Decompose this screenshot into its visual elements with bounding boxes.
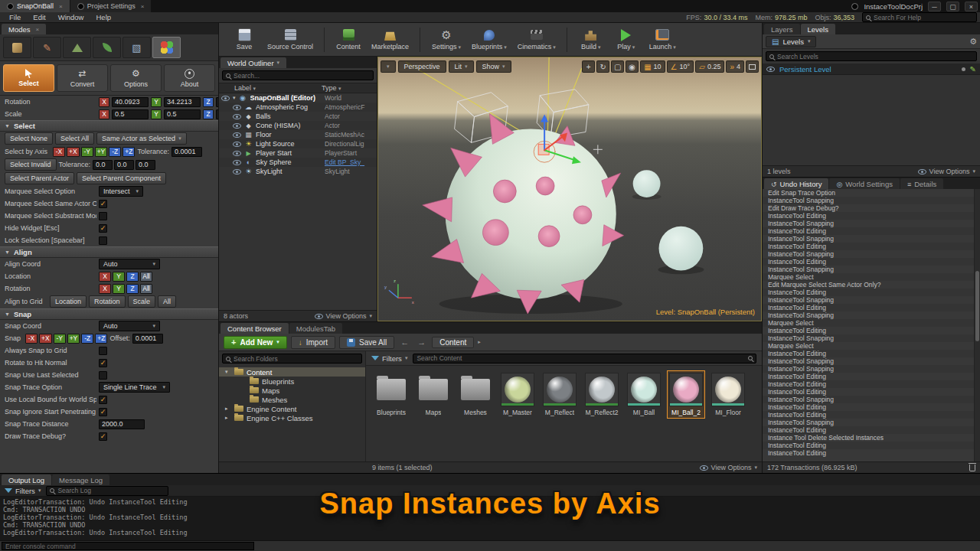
visibility-eye-icon[interactable] [233,151,241,156]
label-column-header[interactable]: Label ▾ [234,84,322,92]
scale-y-field[interactable] [164,109,201,119]
asset-tile[interactable]: M_Reflect [541,370,579,419]
scale-x-field[interactable] [112,109,149,119]
scale-snap-control[interactable]: ▱0.25 [695,60,724,73]
tree-folder-row[interactable]: Engine Content [219,404,365,413]
undo-history-item[interactable]: InstanceTool Editing [763,449,974,457]
visibility-eye-icon[interactable] [233,169,241,174]
asset-tile[interactable]: MI_Ball_2 [667,370,705,419]
axis-button[interactable]: +X [39,334,52,344]
undo-history-item[interactable]: InstanceTool Editing [763,304,974,311]
editor-mode-tab[interactable] [122,37,151,58]
view-options-button[interactable]: View Options ▾ [918,168,975,175]
log-filters-button[interactable]: Filters ▾ [5,487,41,495]
axis-button[interactable]: -Y [81,147,93,157]
outliner-row[interactable]: ▾ Floor StaticMeshAc [219,130,377,139]
checkbox[interactable] [99,224,107,233]
menu-item[interactable]: File [3,13,27,21]
tolerance-field[interactable] [172,147,202,157]
select-invalid-button[interactable]: Select Invalid [5,158,57,171]
undo-history-item[interactable]: InstanceTool Snapping [763,396,974,403]
axis-button[interactable]: Z [126,272,139,282]
undo-history-item[interactable]: InstanceTool Snapping [763,250,974,258]
close-panel-icon[interactable]: × [36,26,40,33]
expander-icon[interactable]: ▾ [233,95,236,101]
axis-button[interactable]: +Z [95,334,107,344]
undo-history-item[interactable]: InstanceTool Editing [763,227,974,235]
scale-tool-icon[interactable]: ▢ [611,60,624,73]
undo-history-item[interactable]: InstanceTool Snapping [763,197,974,204]
tolerance-field[interactable] [93,160,113,170]
breadcrumb[interactable]: Content [432,337,474,348]
save-all-button[interactable]: Save All [339,336,394,349]
viewport[interactable]: z x y Level: SnapOnBall (Persistent) ▾ P… [377,57,762,321]
select-section-header[interactable]: ▼ Select [0,120,218,132]
align-grid-button[interactable]: Location [50,295,87,308]
document-tab[interactable]: Project Settings × [70,0,152,12]
undo-history-item[interactable]: InstanceTool Snapping [763,220,974,227]
visibility-eye-icon[interactable] [233,160,241,165]
editor-mode-tab[interactable] [33,37,61,58]
translate-tool-icon[interactable]: + [582,60,595,73]
editor-mode-tab[interactable] [93,37,121,58]
offset-field[interactable] [132,334,163,344]
undo-history-item[interactable]: InstanceTool Editing [763,388,974,396]
axis-button[interactable]: Z [126,284,139,294]
undo-history-item[interactable]: Marquee Select [763,342,974,350]
lock-dot-icon[interactable] [962,67,965,71]
asset-tile[interactable]: MI_Ball [625,370,663,419]
asset-tile[interactable]: Maps [414,370,452,419]
forward-arrow-icon[interactable]: → [415,337,428,347]
tool-button[interactable]: About [164,64,215,92]
camera-speed-control[interactable]: »4 [726,60,744,73]
expander-icon[interactable] [225,369,231,375]
visibility-eye-icon[interactable] [233,142,241,147]
undo-history-item[interactable]: Edit Marquee Select Same Actor Only? [763,281,974,289]
rotation-z-field[interactable] [216,97,218,107]
editor-mode-tab[interactable] [152,37,181,58]
toolbar-button[interactable]: Save▾ [227,28,262,52]
undo-history-item[interactable]: InstanceTool Snapping [763,266,974,273]
checkbox[interactable] [99,371,107,380]
snap-coord-dropdown[interactable]: Auto▾ [99,321,160,331]
gear-icon[interactable]: ⚙ [969,37,977,47]
tolerance-field[interactable] [136,160,155,170]
undo-history-item[interactable]: InstanceTool Snapping [763,419,974,426]
scrollbar[interactable] [974,189,980,461]
panel-tab[interactable]: ModulesTab [289,323,342,334]
panel-tab[interactable]: Content Browser [220,323,289,334]
menu-item[interactable]: Edit [27,13,51,21]
visibility-eye-icon[interactable] [221,96,230,101]
axis-button[interactable]: X [99,284,111,294]
axis-button[interactable]: Y [113,272,125,282]
checkbox[interactable] [99,200,107,208]
trash-icon[interactable] [969,465,975,471]
align-section-header[interactable]: ▼ Align [0,246,218,258]
axis-button[interactable]: +Z [122,147,135,157]
search-folders-input[interactable] [234,355,358,363]
back-arrow-icon[interactable]: ← [398,337,411,347]
visibility-eye-icon[interactable] [233,132,241,138]
outliner-row[interactable]: ▾ Light Source DirectionalLig [219,139,377,148]
checkbox[interactable] [99,408,107,416]
undo-history-item[interactable]: InstanceTool Editing [763,426,974,434]
close-tab-icon[interactable]: × [59,3,63,10]
undo-history-item[interactable]: Edit Snap Trace Option [763,189,974,197]
number-field[interactable] [99,419,145,429]
rotation-y-field[interactable] [164,97,201,107]
align-grid-button[interactable]: All [158,295,176,308]
outliner-row[interactable]: ▾ SnapOnBall (Editor) World [219,93,377,103]
align-grid-button[interactable]: Scale [128,295,156,308]
panel-tab[interactable]: Undo History [764,178,828,189]
undo-history-item[interactable]: InstanceTool Snapping [763,357,974,365]
type-column-header[interactable]: Type ▾ [322,84,372,92]
search-levels-input[interactable] [777,53,973,60]
undo-history-item[interactable]: Instance Tool Delete Selected Instances [763,434,974,442]
panel-tab[interactable]: Details [900,178,943,189]
show-button[interactable]: Show▾ [476,60,511,73]
tool-button[interactable]: Select [3,64,54,92]
editor-mode-tab[interactable] [3,37,31,58]
perspective-button[interactable]: Perspective [398,60,446,73]
asset-tile[interactable]: Blueprints [372,370,410,419]
undo-history-item[interactable]: InstanceTool Editing [763,442,974,449]
